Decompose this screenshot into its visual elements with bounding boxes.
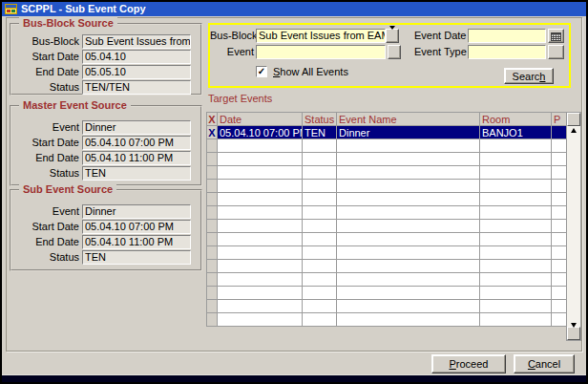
event-lov-button[interactable] <box>388 45 401 59</box>
table-scrollbar[interactable] <box>566 112 581 341</box>
cell-date <box>218 246 303 260</box>
cell-x: X <box>207 126 218 139</box>
table-row-empty[interactable] <box>207 153 567 166</box>
target-events-body: X05.04.10 07:00 PMTENDinnerBANJO1 <box>207 126 567 327</box>
search-button[interactable]: Search <box>504 68 554 84</box>
field-label: Event <box>11 120 79 135</box>
group-title: Sub Event Source <box>19 183 116 195</box>
calendar-icon <box>551 32 561 41</box>
scroll-down-button[interactable] <box>567 327 580 340</box>
table-row-empty[interactable] <box>207 273 567 287</box>
cell-x <box>207 313 218 327</box>
cell-status <box>303 233 337 246</box>
cell-x <box>207 287 218 300</box>
event-field: Dinner <box>82 120 191 135</box>
cell-p <box>552 193 567 206</box>
table-row-empty[interactable] <box>207 233 567 246</box>
cell-date <box>218 233 303 246</box>
cell-status <box>303 153 337 166</box>
table-row-empty[interactable] <box>207 287 567 300</box>
cell-event_name <box>337 180 480 193</box>
cell-room <box>480 287 552 300</box>
app-icon <box>5 4 17 14</box>
search-panel: Bus-Block Sub Event Issues from EAME Eve… <box>208 23 571 88</box>
check-icon: ✓ <box>257 67 266 76</box>
cell-status <box>303 166 337 180</box>
cell-event_name <box>337 220 480 233</box>
bus-block-dropdown-button[interactable] <box>386 29 399 43</box>
cell-event_name <box>337 153 480 166</box>
table-row-empty[interactable] <box>207 206 567 220</box>
status-field: TEN <box>82 166 191 181</box>
cell-status: TEN <box>303 126 337 139</box>
scroll-up-button[interactable] <box>567 113 580 126</box>
cell-p <box>552 126 567 139</box>
table-row-empty[interactable] <box>207 246 567 260</box>
cell-room <box>480 273 552 287</box>
cell-x <box>207 180 218 193</box>
dropdown-arrow-icon <box>389 30 395 44</box>
cancel-button[interactable]: Cancel <box>514 354 575 373</box>
cell-event_name <box>337 193 480 206</box>
bus-block-source-field: Sub Event Issues from EAME <box>82 34 191 49</box>
show-all-events-checkbox[interactable]: ✓ <box>256 66 267 77</box>
table-row-empty[interactable] <box>207 220 567 233</box>
table-row-empty[interactable] <box>207 300 567 313</box>
cell-room: BANJO1 <box>480 126 552 139</box>
table-row-empty[interactable] <box>207 313 567 327</box>
cell-date <box>218 313 303 327</box>
cell-room <box>480 153 552 166</box>
bus-block-dropdown[interactable]: Sub Event Issues from EAME <box>256 29 386 43</box>
table-row-empty[interactable] <box>207 180 567 193</box>
cell-date <box>218 300 303 313</box>
target-events-title: Target Events <box>208 93 272 104</box>
cell-x <box>207 139 218 153</box>
cell-date <box>218 273 303 287</box>
event-type-lov-button[interactable] <box>548 45 564 59</box>
cell-date <box>218 206 303 220</box>
cell-p <box>552 273 567 287</box>
sub-event-source-group: Sub Event Source Event Dinner Start Date… <box>10 189 202 271</box>
cell-status <box>303 246 337 260</box>
cell-p <box>552 220 567 233</box>
cell-status <box>303 273 337 287</box>
title-bar[interactable]: SCPPL - Sub Event Copy <box>2 2 586 16</box>
table-row-empty[interactable] <box>207 193 567 206</box>
bus-block-source-group: Bus-Block Source Bus-Block Sub Event Iss… <box>10 23 202 96</box>
cell-event_name <box>337 246 480 260</box>
cell-room <box>480 313 552 327</box>
proceed-button[interactable]: Proceed <box>431 354 506 373</box>
cell-p <box>552 313 567 327</box>
cell-room <box>480 166 552 180</box>
event-type-input[interactable] <box>468 45 546 59</box>
cell-status <box>303 139 337 153</box>
cell-p <box>552 246 567 260</box>
cell-date: 05.04.10 07:00 PM <box>218 126 303 139</box>
table-row-empty[interactable] <box>207 260 567 273</box>
cell-event_name <box>337 206 480 220</box>
table-row-empty[interactable] <box>207 139 567 153</box>
cell-date <box>218 220 303 233</box>
cell-p <box>552 260 567 273</box>
cell-date <box>218 260 303 273</box>
cell-room <box>480 139 552 153</box>
event-date-input[interactable] <box>468 29 546 43</box>
cell-status <box>303 260 337 273</box>
dialog-window: SCPPL - Sub Event Copy Bus-Block Source … <box>0 0 588 384</box>
table-row[interactable]: X05.04.10 07:00 PMTENDinnerBANJO1 <box>207 126 567 139</box>
cell-status <box>303 287 337 300</box>
event-input[interactable] <box>256 45 386 59</box>
master-event-source-group: Master Event Source Event Dinner Start D… <box>10 105 202 186</box>
event-date-calendar-button[interactable] <box>548 29 564 43</box>
cell-room <box>480 206 552 220</box>
cell-event_name <box>337 139 480 153</box>
cell-event_name: Dinner <box>337 126 480 139</box>
scroll-down-icon <box>571 323 577 342</box>
table-row-empty[interactable] <box>207 166 567 180</box>
field-label: Start Date <box>11 220 79 234</box>
cell-x <box>207 206 218 220</box>
field-label: Event <box>11 204 79 219</box>
scroll-up-icon <box>571 114 577 133</box>
field-label: End Date <box>11 151 79 165</box>
cell-event_name <box>337 300 480 313</box>
